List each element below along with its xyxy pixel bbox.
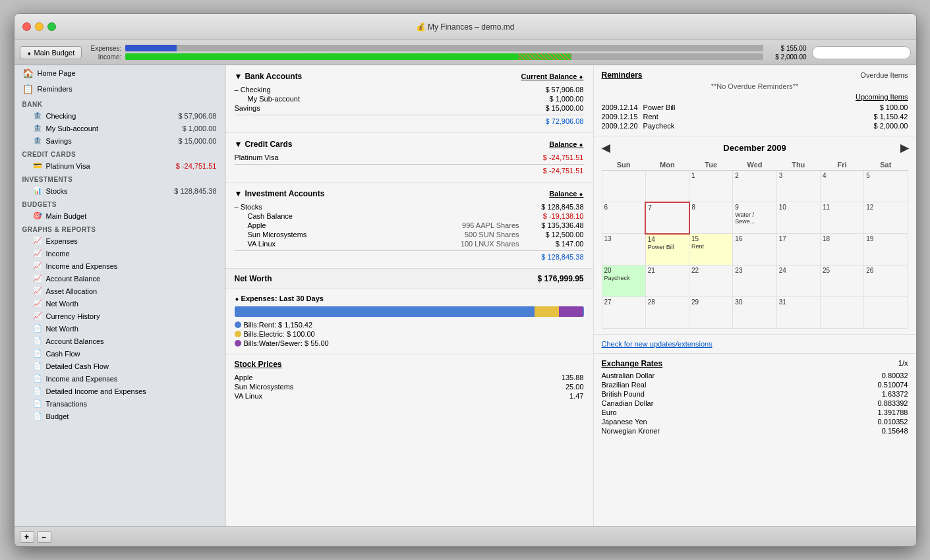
cal-week-2: 6 7 8 9Water / Sewe... 10 11 12: [602, 202, 908, 234]
sidebar: 🏠 Home Page 📋 Reminders BANK 🏦 Checking …: [15, 65, 225, 526]
upcoming-header: Upcoming Items: [602, 93, 908, 101]
add-button[interactable]: +: [20, 531, 34, 543]
cal-cell: [820, 297, 863, 329]
sidebar-item-income-expenses[interactable]: 📈 Income and Expenses: [15, 260, 225, 272]
invest-row-sun[interactable]: Sun Microsystems 500 SUN Shares $ 12,500…: [235, 230, 584, 239]
stock-row-sun: Sun Microsystems 25.00: [235, 382, 584, 391]
cal-cell-rent: 15Rent: [689, 234, 733, 266]
invest-row-va[interactable]: VA Linux 100 LNUX Shares $ 147.00: [235, 239, 584, 248]
doc-icon-die: 📄: [33, 387, 42, 395]
title-bar: 💰 My Finances – demo.md: [15, 14, 916, 40]
doc-icon-bud: 📄: [33, 412, 42, 420]
calendar-section: ◀ December 2009 ▶ Sun Mon Tue Wed Thu: [594, 136, 916, 335]
sidebar-item-currency[interactable]: 📈 Currency History: [15, 310, 225, 322]
doc-icon-ie: 📄: [33, 374, 42, 383]
cal-next-button[interactable]: ▶: [900, 142, 908, 154]
exchange-row-cad: Canadian Dollar 0.883392: [602, 399, 908, 408]
bank-row-checking[interactable]: – Checking $ 57,906.08: [235, 85, 584, 94]
reminder-row-paycheck: 2009.12.20 Paycheck $ 2,000.00: [602, 121, 908, 130]
maximize-button[interactable]: [47, 22, 56, 31]
exchange-toggle-button[interactable]: 1/x: [898, 359, 908, 368]
cal-cell: 31: [776, 297, 820, 329]
sidebar-item-stocks[interactable]: 📊 Stocks $ 128,845.38: [15, 184, 225, 197]
sidebar-item-mainbudget[interactable]: 🎯 Main Budget: [15, 210, 225, 222]
income-bar-bg: [125, 53, 763, 60]
sidebar-item-budget-doc[interactable]: 📄 Budget: [15, 410, 225, 422]
budget-button[interactable]: ⬧ Main Budget: [20, 46, 82, 59]
cal-cell: 17: [776, 234, 820, 266]
expenses-progress-row: Expenses: $ 155.00: [87, 45, 806, 52]
sidebar-item-income[interactable]: 📈 Income: [15, 247, 225, 260]
cal-title: December 2009: [723, 143, 786, 153]
legend-water: Bills:Water/Sewer: $ 55.00: [235, 339, 584, 347]
legend-rent: Bills:Rent: $ 1,150.42: [235, 321, 584, 329]
reminder-row-power: 2009.12.14 Power Bill $ 100.00: [602, 103, 908, 112]
doc-icon-dcf: 📄: [33, 362, 42, 370]
sidebar-item-detailed-cashflow[interactable]: 📄 Detailed Cash Flow: [15, 360, 225, 372]
exp-seg-water: [559, 306, 583, 317]
overdue-label: Overdue Items: [860, 71, 908, 79]
bank-row-savings[interactable]: Savings $ 15,000.00: [235, 103, 584, 113]
legend-dot-rent: [235, 322, 241, 328]
invest-row-apple[interactable]: Apple 996 AAPL Shares $ 135,336.48: [235, 221, 584, 230]
sidebar-item-platinum[interactable]: 💳 Platinum Visa $ -24,751.51: [15, 159, 225, 172]
cal-col-wed: Wed: [733, 159, 776, 171]
exchange-row-brl: Brazilian Real 0.510074: [602, 380, 908, 389]
cal-prev-button[interactable]: ◀: [602, 142, 610, 154]
main-window: 💰 My Finances – demo.md ⬧ Main Budget Ex…: [14, 13, 917, 547]
credit-icon: 💳: [33, 161, 42, 170]
exp-seg-elec: [535, 306, 559, 317]
chart-icon-cur: 📈: [33, 312, 42, 320]
cal-cell: 27: [602, 297, 645, 329]
invest-row-stocks[interactable]: – Stocks $ 128,845.38: [235, 202, 584, 211]
credit-header-row: ▼ Credit Cards Balance ⬧: [235, 140, 584, 149]
sidebar-item-checking[interactable]: 🏦 Checking $ 57,906.08: [15, 109, 225, 122]
window-title: 💰 My Finances – demo.md: [416, 22, 515, 32]
exchange-row-eur: Euro 1.391788: [602, 408, 908, 417]
sidebar-item-subaccount[interactable]: 🏦 My Sub-account $ 1,000.00: [15, 122, 225, 134]
invest-title: ▼ Investment Accounts: [235, 189, 325, 198]
triangle-icon-invest: ▼: [235, 189, 243, 198]
search-input[interactable]: [812, 46, 911, 59]
invest-row-cash[interactable]: Cash Balance $ -19,138.10: [235, 211, 584, 221]
sidebar-item-net-worth-doc[interactable]: 📄 Net Worth: [15, 322, 225, 335]
minimize-button[interactable]: [35, 22, 44, 31]
sidebar-item-homepage[interactable]: 🏠 Home Page: [15, 65, 225, 81]
updates-link[interactable]: Check for new updates/extensions: [602, 340, 712, 348]
sidebar-item-transactions[interactable]: 📄 Transactions: [15, 397, 225, 410]
triangle-icon-credit: ▼: [235, 140, 243, 149]
sidebar-item-net-worth-chart[interactable]: 📈 Net Worth: [15, 297, 225, 310]
credit-section: ▼ Credit Cards Balance ⬧ Platinum Visa $…: [225, 133, 593, 182]
updates-section: Check for new updates/extensions: [594, 335, 916, 354]
no-overdue-text: **No Overdue Reminders**: [602, 82, 908, 90]
cal-cell: 6: [602, 202, 645, 234]
sidebar-item-detailed-ie[interactable]: 📄 Detailed Income and Expenses: [15, 385, 225, 397]
sidebar-item-ie-doc[interactable]: 📄 Income and Expenses: [15, 372, 225, 385]
bank-row-subaccount[interactable]: My Sub-account $ 1,000.00: [235, 94, 584, 103]
sidebar-item-expenses[interactable]: 📈 Expenses: [15, 235, 225, 247]
cal-week-5: 27 28 29 30 31: [602, 297, 908, 329]
remove-button[interactable]: –: [37, 531, 51, 543]
stock-row-apple: Apple 135.88: [235, 373, 584, 382]
subaccount-icon: 🏦: [33, 124, 42, 132]
exchange-row-nok: Norwegian Kroner 0.15648: [602, 426, 908, 435]
sidebar-item-account-balances-doc[interactable]: 📄 Account Balances: [15, 335, 225, 347]
credit-row-platinum[interactable]: Platinum Visa $ -24,751.51: [235, 153, 584, 162]
home-icon: 🏠: [22, 68, 34, 78]
reminders-icon: 📋: [22, 84, 34, 94]
savings-icon: 🏦: [33, 136, 42, 145]
sidebar-item-savings[interactable]: 🏦 Savings $ 15,000.00: [15, 134, 225, 147]
cal-cell: 21: [645, 266, 689, 297]
sidebar-item-cashflow[interactable]: 📄 Cash Flow: [15, 347, 225, 360]
cal-cell: 24: [776, 266, 820, 297]
chart-icon-ie: 📈: [33, 262, 42, 270]
reminders-header: Reminders Overdue Items: [602, 70, 908, 80]
chart-icon-income: 📈: [33, 249, 42, 258]
exchange-section: Exchange Rates 1/x Australian Dollar 0.8…: [594, 354, 916, 441]
sidebar-item-asset-alloc[interactable]: 📈 Asset Allocation: [15, 285, 225, 297]
cal-week-4: 20Paycheck 21 22 23 24 25 26: [602, 266, 908, 297]
close-button[interactable]: [22, 22, 31, 31]
checking-icon: 🏦: [33, 111, 42, 120]
sidebar-item-reminders[interactable]: 📋 Reminders: [15, 81, 225, 97]
sidebar-item-account-balance[interactable]: 📈 Account Balance: [15, 272, 225, 285]
